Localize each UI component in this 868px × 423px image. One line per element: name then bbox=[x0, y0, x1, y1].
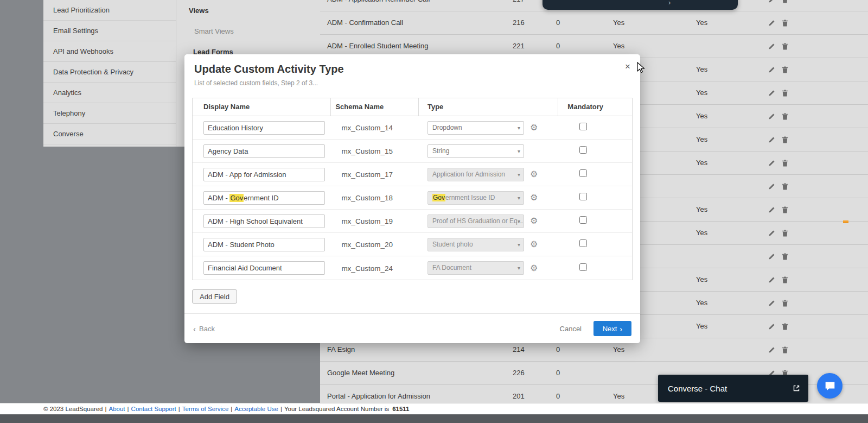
gear-icon[interactable]: ⚙ bbox=[530, 170, 538, 179]
separator: | bbox=[280, 406, 282, 412]
field-row: Education History mx_Custom_14 Dropdown▾… bbox=[193, 116, 632, 140]
schema-name: mx_Custom_20 bbox=[331, 241, 393, 249]
display-name-input[interactable]: Agency Data bbox=[203, 144, 325, 158]
chevron-down-icon: ▾ bbox=[518, 192, 520, 204]
type-value: ernment Issue ID bbox=[445, 194, 495, 201]
separator: | bbox=[105, 406, 107, 412]
chevron-down-icon: ▾ bbox=[518, 262, 520, 274]
type-value: Student photo bbox=[432, 241, 473, 248]
display-name-value: Financial Aid Document bbox=[208, 264, 282, 272]
chevron-down-icon: ▾ bbox=[518, 238, 520, 251]
chevron-left-icon: ‹ bbox=[193, 324, 196, 333]
display-name-input[interactable]: Financial Aid Document bbox=[203, 261, 325, 275]
chat-bar-label: Converse - Chat bbox=[668, 384, 792, 393]
schema-name: mx_Custom_24 bbox=[331, 264, 393, 273]
expand-icon[interactable] bbox=[792, 384, 801, 393]
footer-link-acceptable-use[interactable]: Acceptable Use bbox=[234, 406, 278, 412]
field-row: ADM - Student Photo mx_Custom_20 Student… bbox=[193, 233, 632, 256]
modal-subtitle: List of selected custom fields, Step 2 o… bbox=[194, 79, 629, 87]
account-number: 61511 bbox=[392, 406, 409, 412]
mandatory-checkbox[interactable] bbox=[579, 193, 587, 200]
mandatory-checkbox[interactable] bbox=[579, 169, 587, 177]
back-button[interactable]: ‹Back bbox=[193, 324, 215, 333]
col-type: Type bbox=[419, 98, 558, 116]
col-display-name: Display Name bbox=[193, 98, 331, 116]
gear-icon[interactable]: ⚙ bbox=[530, 123, 538, 132]
notification-toast: › bbox=[542, 0, 738, 10]
mandatory-checkbox[interactable] bbox=[579, 239, 587, 247]
footer-link-terms-of-service[interactable]: Terms of Service bbox=[182, 406, 229, 412]
mandatory-checkbox[interactable] bbox=[579, 123, 587, 130]
display-name-input[interactable]: ADM - App for Admission bbox=[203, 168, 325, 181]
display-name-value: ADM - App for Admission bbox=[208, 171, 286, 179]
chevron-down-icon: ▾ bbox=[518, 168, 520, 181]
mandatory-checkbox[interactable] bbox=[579, 216, 587, 224]
display-name-input[interactable]: ADM - High School Equivalent bbox=[203, 214, 325, 228]
chevron-down-icon: ▾ bbox=[518, 122, 520, 134]
display-name-input[interactable]: Education History bbox=[203, 121, 325, 135]
col-schema-name: Schema Name bbox=[331, 98, 419, 116]
update-custom-activity-modal: Update Custom Activity Type List of sele… bbox=[184, 54, 640, 343]
type-select[interactable]: Student photo▾ bbox=[427, 238, 524, 251]
footer-link-about[interactable]: About bbox=[109, 406, 125, 412]
separator: | bbox=[127, 406, 129, 412]
display-name-value: ADM - Student Photo bbox=[208, 241, 275, 249]
display-name-value: ADM - bbox=[208, 194, 229, 202]
type-select[interactable]: Dropdown▾ bbox=[427, 121, 524, 135]
custom-fields-table: Display Name Schema Name Type Mandatory … bbox=[192, 98, 633, 280]
account-number-text: Your Leadsquared Account Number is bbox=[284, 406, 389, 412]
chat-bubble-icon bbox=[824, 380, 837, 393]
search-highlight: Gov bbox=[229, 194, 244, 202]
cancel-button[interactable]: Cancel bbox=[560, 325, 582, 333]
type-select[interactable]: FA Document▾ bbox=[427, 261, 524, 275]
page-footer: © 2023 LeadSquared | About | Contact Sup… bbox=[0, 403, 868, 414]
gear-icon[interactable]: ⚙ bbox=[530, 240, 538, 249]
chevron-right-icon: › bbox=[620, 324, 622, 333]
display-name-input[interactable]: ADM - Student Photo bbox=[203, 238, 325, 251]
search-highlight: Gov bbox=[432, 194, 445, 201]
back-label: Back bbox=[199, 325, 215, 333]
display-name-value: ADM - High School Equivalent bbox=[208, 217, 303, 225]
type-select[interactable]: Government Issue ID▾ bbox=[427, 191, 524, 205]
field-row: ADM - App for Admission mx_Custom_17 App… bbox=[193, 163, 632, 186]
field-row: Financial Aid Document mx_Custom_24 FA D… bbox=[193, 256, 632, 280]
modal-header: Update Custom Activity Type List of sele… bbox=[184, 54, 640, 87]
chevron-right-icon: › bbox=[668, 0, 671, 7]
separator: | bbox=[178, 406, 180, 412]
converse-chat-bar[interactable]: Converse - Chat bbox=[658, 375, 808, 402]
schema-name: mx_Custom_17 bbox=[331, 171, 393, 179]
display-name-value: ernment ID bbox=[244, 194, 278, 202]
separator: | bbox=[231, 406, 232, 412]
schema-name: mx_Custom_18 bbox=[331, 194, 393, 202]
table-header-row: Display Name Schema Name Type Mandatory bbox=[193, 98, 632, 116]
bottom-strip bbox=[0, 414, 868, 423]
type-select[interactable]: String▾ bbox=[427, 144, 524, 158]
type-value: Proof of HS Graduation or Eq... bbox=[432, 217, 523, 225]
type-value: FA Document bbox=[432, 264, 471, 272]
type-select[interactable]: Proof of HS Graduation or Eq...▾ bbox=[427, 214, 524, 228]
type-value: Dropdown bbox=[432, 124, 462, 131]
modal-title: Update Custom Activity Type bbox=[194, 63, 629, 75]
modal-footer: ‹Back Cancel Next› bbox=[184, 313, 640, 343]
mandatory-checkbox[interactable] bbox=[579, 263, 587, 271]
chevron-down-icon: ▾ bbox=[518, 215, 520, 228]
next-label: Next bbox=[603, 325, 617, 333]
mandatory-checkbox[interactable] bbox=[579, 146, 587, 154]
footer-link-contact-support[interactable]: Contact Support bbox=[131, 406, 176, 412]
chat-launcher-button[interactable] bbox=[817, 373, 843, 399]
display-name-input[interactable]: ADM - Government ID bbox=[203, 191, 325, 205]
add-field-button[interactable]: Add Field bbox=[192, 289, 237, 304]
gear-icon[interactable]: ⚙ bbox=[530, 264, 538, 273]
display-name-value: Agency Data bbox=[208, 147, 248, 155]
field-row: Agency Data mx_Custom_15 String▾ bbox=[193, 140, 632, 163]
type-select[interactable]: Application for Admission▾ bbox=[427, 168, 524, 181]
next-button[interactable]: Next› bbox=[593, 321, 631, 336]
scroll-find-marker bbox=[843, 220, 848, 223]
type-value: String bbox=[432, 147, 449, 155]
type-value: Application for Admission bbox=[432, 171, 505, 178]
schema-name: mx_Custom_19 bbox=[331, 217, 393, 225]
gear-icon[interactable]: ⚙ bbox=[530, 193, 538, 202]
close-icon[interactable]: × bbox=[625, 62, 630, 71]
gear-icon[interactable]: ⚙ bbox=[530, 217, 538, 225]
schema-name: mx_Custom_15 bbox=[331, 147, 393, 155]
